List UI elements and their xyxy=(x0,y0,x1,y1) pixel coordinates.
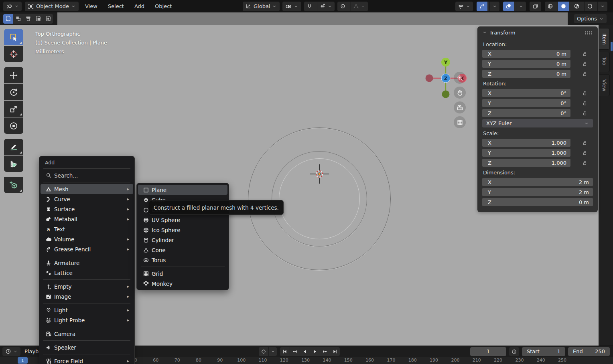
location-y-field[interactable]: Y0 m xyxy=(482,60,570,68)
use-preview-range-button[interactable] xyxy=(509,347,519,356)
drag-handle-icon[interactable] xyxy=(584,30,593,34)
add-menu-search[interactable]: Search... xyxy=(41,170,133,180)
menu-object[interactable]: Object xyxy=(155,3,172,9)
show-gizmo-toggle[interactable] xyxy=(477,2,487,11)
tool-transform[interactable] xyxy=(4,117,23,134)
mesh-submenu-item-plane[interactable]: Plane xyxy=(138,185,227,195)
shading-rendered-button[interactable] xyxy=(584,2,595,11)
lock-open-icon[interactable] xyxy=(582,71,587,77)
next-key-button[interactable] xyxy=(320,347,330,356)
select-mode-intersect[interactable] xyxy=(43,14,53,24)
xray-toggle[interactable] xyxy=(530,2,541,11)
mesh-submenu-item-cylinder[interactable]: Cylinder xyxy=(138,235,227,245)
rotation-z-field[interactable]: Z0° xyxy=(482,109,570,117)
location-z-field[interactable]: Z0 m xyxy=(482,70,570,78)
add-menu-item-light[interactable]: Light▸ xyxy=(41,305,133,315)
play-button[interactable] xyxy=(310,347,320,356)
lock-open-icon[interactable] xyxy=(582,51,587,57)
add-menu-item-camera[interactable]: Camera xyxy=(41,329,133,339)
add-menu-item-curve[interactable]: Curve▸ xyxy=(41,194,133,204)
tool-annotate[interactable] xyxy=(4,139,23,155)
overlays-dropdown[interactable] xyxy=(516,2,526,11)
mesh-submenu-item-cone[interactable]: Cone xyxy=(138,245,227,255)
mesh-submenu-item-torus[interactable]: Torus xyxy=(138,255,227,265)
rotation-y-field[interactable]: Y0° xyxy=(482,99,570,107)
show-overlays-toggle[interactable] xyxy=(503,2,514,11)
scale-y-field[interactable]: Y1.000 xyxy=(482,149,570,157)
add-menu-item-empty[interactable]: Empty▸ xyxy=(41,281,133,291)
tool-add-cube[interactable] xyxy=(4,177,23,193)
dimensions-z-field[interactable]: Z0 m xyxy=(482,198,593,206)
location-x-field[interactable]: X0 m xyxy=(482,50,570,58)
gizmo-dropdown[interactable] xyxy=(489,2,499,11)
nav-zoom-button[interactable] xyxy=(454,72,466,84)
nav-pan-button[interactable] xyxy=(454,87,466,99)
prev-key-button[interactable] xyxy=(290,347,300,356)
snap-with-select[interactable] xyxy=(317,2,335,11)
mesh-submenu-item-monkey[interactable]: Monkey xyxy=(138,279,227,289)
auto-keying-dropdown[interactable] xyxy=(269,347,277,356)
lock-open-icon[interactable] xyxy=(582,110,587,116)
add-menu-item-lattice[interactable]: Lattice xyxy=(41,268,133,278)
sidebar-tab-item[interactable]: Item xyxy=(599,28,610,50)
current-frame-field[interactable]: 1 xyxy=(470,347,506,356)
mesh-submenu-item-grid[interactable]: Grid xyxy=(138,269,227,279)
lock-open-icon[interactable] xyxy=(582,160,587,166)
dimensions-y-field[interactable]: Y2 m xyxy=(482,188,593,196)
select-mode-invert[interactable] xyxy=(33,14,43,24)
show-object-types-select[interactable] xyxy=(455,2,473,11)
mesh-submenu-item-uv-sphere[interactable]: UV Sphere xyxy=(138,215,227,225)
scrollbar-thumb[interactable] xyxy=(611,42,613,51)
jump-first-button[interactable] xyxy=(280,347,290,356)
add-menu-item-speaker[interactable]: Speaker xyxy=(41,342,133,352)
menu-select[interactable]: Select xyxy=(108,3,124,9)
options-button[interactable]: Options xyxy=(574,14,607,23)
shading-dropdown[interactable] xyxy=(597,2,607,11)
nav-grid-button[interactable] xyxy=(454,116,466,128)
rotation-x-field[interactable]: X0° xyxy=(482,89,570,97)
tool-select-box[interactable] xyxy=(4,29,23,45)
frame-end-field[interactable]: End 250 xyxy=(568,347,610,356)
add-menu-item-force-field[interactable]: Force Field▸ xyxy=(41,356,133,364)
shading-solid-button[interactable] xyxy=(558,2,569,11)
add-menu-item-mesh[interactable]: Mesh▸ xyxy=(41,184,133,194)
proportional-falloff-select[interactable] xyxy=(350,2,368,11)
transform-orientation-select[interactable]: Global xyxy=(243,2,280,11)
tool-cursor[interactable] xyxy=(4,46,23,62)
current-frame-marker[interactable]: 1 xyxy=(18,357,28,364)
snap-toggle[interactable] xyxy=(304,2,315,11)
lock-open-icon[interactable] xyxy=(582,61,587,67)
lock-open-icon[interactable] xyxy=(582,90,587,96)
add-menu-item-armature[interactable]: Armature xyxy=(41,258,133,268)
add-menu-item-metaball[interactable]: Metaball▸ xyxy=(41,214,133,224)
scale-z-field[interactable]: Z1.000 xyxy=(482,159,570,167)
mode-select[interactable]: Object Mode xyxy=(25,2,79,11)
add-menu-item-image[interactable]: Image▸ xyxy=(41,291,133,301)
nav-camera-button[interactable] xyxy=(454,101,466,113)
add-menu-item-volume[interactable]: Volume▸ xyxy=(41,234,133,244)
menu-view[interactable]: View xyxy=(85,3,97,9)
sidebar-tab-view[interactable]: View xyxy=(599,74,610,97)
tool-measure[interactable] xyxy=(4,156,23,172)
sidebar-tab-tool[interactable]: Tool xyxy=(599,52,610,72)
select-mode-subtract[interactable] xyxy=(23,14,33,24)
add-menu-item-text[interactable]: aText xyxy=(41,224,133,234)
panel-header[interactable]: Transform xyxy=(482,26,593,38)
auto-keying-toggle[interactable] xyxy=(259,347,268,356)
pivot-point-select[interactable] xyxy=(282,2,301,11)
lock-open-icon[interactable] xyxy=(582,100,587,106)
play-rev-button[interactable] xyxy=(300,347,310,356)
dimensions-x-field[interactable]: X2 m xyxy=(482,178,593,186)
shading-material-button[interactable] xyxy=(571,2,582,11)
add-menu-item-grease-pencil[interactable]: Grease Pencil▸ xyxy=(41,244,133,254)
tool-rotate[interactable] xyxy=(4,84,23,100)
editor-type-button[interactable] xyxy=(2,347,20,356)
jump-last-button[interactable] xyxy=(330,347,340,356)
shading-wireframe-button[interactable] xyxy=(545,2,556,11)
tool-scale[interactable] xyxy=(4,101,23,117)
blender-menu-button[interactable] xyxy=(3,2,22,11)
proportional-editing-toggle[interactable] xyxy=(337,2,348,11)
select-mode-set[interactable] xyxy=(3,14,13,24)
add-menu-item-surface[interactable]: Surface▸ xyxy=(41,204,133,214)
tool-move[interactable] xyxy=(4,67,23,83)
